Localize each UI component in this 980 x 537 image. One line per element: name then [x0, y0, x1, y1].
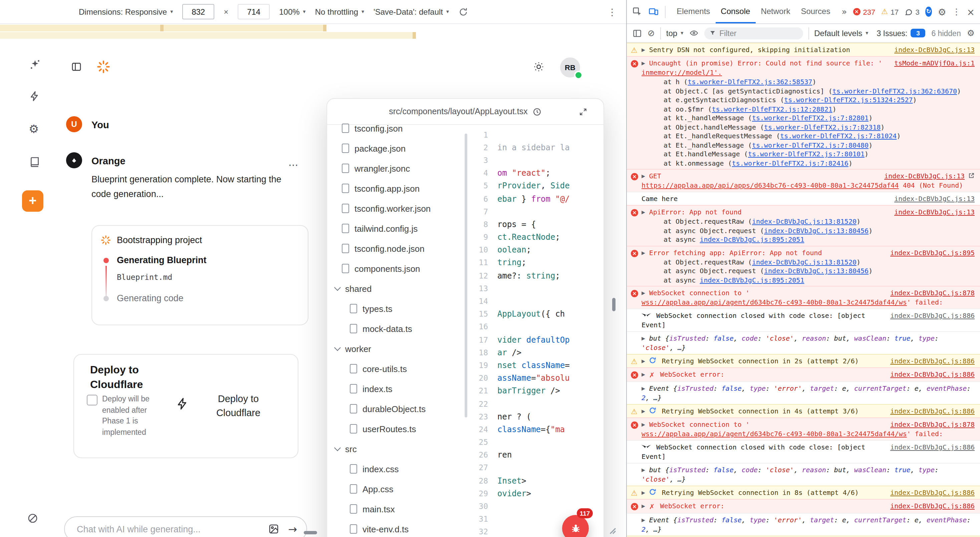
chat-input[interactable]: Chat with AI while generating... →: [64, 516, 307, 537]
viewport-height-input[interactable]: 714: [238, 4, 270, 19]
expand-caret-icon[interactable]: ▶: [641, 208, 645, 217]
file-row[interactable]: tsconfig.node.json: [327, 239, 468, 258]
console-filter-input[interactable]: Filter: [704, 27, 803, 39]
code-line[interactable]: 16: [468, 320, 603, 333]
file-row[interactable]: main.tsx: [327, 499, 468, 519]
console-source-link[interactable]: index-DcBVbJgC.js:886: [890, 488, 975, 497]
expand-caret-icon[interactable]: ▶: [641, 502, 645, 511]
book-icon[interactable]: [29, 156, 40, 167]
stack-link[interactable]: ts.worker-DlfeFTX2.js:362:63670: [832, 87, 957, 94]
history-clock-icon[interactable]: [533, 107, 542, 116]
devtools-close-icon[interactable]: ×: [967, 6, 975, 17]
stack-link[interactable]: ts.worker-DlfeFTX2.js:362:58537: [687, 78, 812, 86]
sidebar-toggle-icon[interactable]: [71, 61, 82, 72]
file-row[interactable]: types.ts: [327, 298, 468, 319]
code-line[interactable]: 23ner ? (: [468, 410, 603, 423]
dimensions-select[interactable]: Dimensions: Responsive ▾: [79, 7, 173, 16]
rotate-device-icon[interactable]: [458, 7, 468, 16]
file-row[interactable]: tailwind.config.js: [327, 218, 468, 239]
expand-caret-icon[interactable]: ▶: [641, 407, 645, 416]
expand-caret-icon[interactable]: ▶: [641, 384, 645, 394]
expand-caret-icon[interactable]: ▶: [641, 465, 645, 475]
code-line[interactable]: 6ebar } from "@/: [468, 192, 603, 205]
stack-link[interactable]: ts.worker-DlfeFTX2.js:12:28821: [712, 105, 832, 113]
file-row[interactable]: tsconfig.app.json: [327, 178, 468, 198]
console-source-link[interactable]: index-DcBVbJgC.js:878: [890, 420, 975, 429]
expand-caret-icon[interactable]: ▶: [641, 516, 645, 525]
code-line[interactable]: 22: [468, 397, 603, 410]
code-line[interactable]: 27: [468, 462, 603, 474]
console-source-link[interactable]: index-DcBVbJgC.js:886: [890, 370, 975, 379]
expand-panel-icon[interactable]: [579, 107, 587, 116]
console-source-link[interactable]: index-DcBVbJgC.js:886: [890, 357, 975, 366]
expand-caret-icon[interactable]: ▶: [641, 172, 645, 181]
deploy-button[interactable]: Deploy to Cloudflare: [206, 392, 270, 420]
stack-link[interactable]: index-DcBVbJgC.js:895:2051: [700, 276, 804, 284]
code-line[interactable]: 17vider defaultOp: [468, 333, 603, 346]
attach-image-icon[interactable]: [268, 524, 279, 534]
stack-link[interactable]: ts.worker-DlfeFTX2.js:51324:2527: [784, 96, 913, 104]
code-line[interactable]: 15AppLayout({ ch: [468, 308, 603, 320]
expand-caret-icon[interactable]: ▶: [641, 420, 645, 429]
issues-badge[interactable]: 3: [911, 29, 925, 37]
expand-caret-icon[interactable]: ▶: [641, 288, 645, 298]
code-line[interactable]: 20assName="absolu: [468, 372, 603, 384]
file-row[interactable]: mock-data.ts: [327, 319, 468, 339]
file-row[interactable]: wrangler.jsonc: [327, 158, 468, 178]
code-line[interactable]: 29ovider>: [468, 487, 603, 500]
new-chat-button[interactable]: +: [22, 190, 43, 212]
execution-context-select[interactable]: top ▾: [666, 29, 683, 38]
more-tabs-icon[interactable]: »: [842, 7, 847, 17]
stack-link[interactable]: index-DcBVbJgC.js:13:80456: [764, 267, 869, 274]
code-line[interactable]: 2in a sidebar la: [468, 141, 603, 154]
console-source-link[interactable]: index-DcBVbJgC.js:13: [884, 172, 965, 181]
issues-label[interactable]: 3 Issues:: [877, 29, 907, 37]
viewport-resize-handle-right[interactable]: [612, 298, 616, 311]
throttling-select[interactable]: No throttling ▾: [315, 7, 364, 16]
file-row[interactable]: worker: [327, 339, 468, 359]
client-hints-select[interactable]: 'Save-Data': default ▾: [374, 7, 449, 16]
expand-caret-icon[interactable]: ▶: [641, 45, 645, 55]
devtools-message-count[interactable]: 3: [915, 8, 919, 16]
console-source-link[interactable]: index-DcBVbJgC.js:886: [890, 502, 975, 511]
code-editor[interactable]: 12in a sidebar la34om "react";5rProvider…: [468, 125, 603, 537]
expand-caret-icon[interactable]: ▶: [641, 334, 645, 343]
console-source-link[interactable]: index-DcBVbJgC.js:886: [890, 311, 975, 320]
file-row[interactable]: components.json: [327, 258, 468, 279]
viewport-resize-handle-corner[interactable]: [607, 525, 616, 534]
code-line[interactable]: 4om "react";: [468, 167, 603, 179]
file-row[interactable]: vite-env.d.ts: [327, 519, 468, 537]
hidden-messages-label[interactable]: 6 hidden: [931, 29, 961, 37]
code-line[interactable]: 8rops = {: [468, 218, 603, 231]
code-line[interactable]: 18ar />: [468, 346, 603, 359]
file-row[interactable]: shared: [327, 279, 468, 298]
console-source-link[interactable]: index-DcBVbJgC.js:878: [890, 288, 975, 298]
file-row[interactable]: userRoutes.ts: [327, 419, 468, 439]
expand-caret-icon[interactable]: ▶: [641, 59, 645, 68]
tab-sources[interactable]: Sources: [795, 0, 835, 23]
stack-link[interactable]: ts.worker-DlfeFTX2.js:7:82416: [732, 159, 848, 167]
code-line[interactable]: 10oolean;: [468, 244, 603, 256]
inspect-element-icon[interactable]: [632, 7, 642, 17]
eye-icon[interactable]: [689, 29, 698, 37]
code-line[interactable]: 5rProvider, Side: [468, 180, 603, 192]
code-line[interactable]: 9ct.ReactNode;: [468, 231, 603, 244]
gear-icon[interactable]: ⚙: [29, 122, 39, 135]
log-levels-select[interactable]: Default levels ▾: [814, 29, 868, 38]
code-line[interactable]: 7: [468, 205, 603, 218]
code-line[interactable]: 12ame?: string;: [468, 269, 603, 282]
stack-link[interactable]: index-DcBVbJgC.js:13:81520: [752, 218, 856, 225]
console-settings-icon[interactable]: ⚙: [967, 28, 975, 38]
console-source-link[interactable]: tsMode-mADVjfOa.js:1: [894, 59, 975, 68]
file-row[interactable]: index.ts: [327, 379, 468, 399]
open-in-network-icon[interactable]: [968, 172, 975, 179]
expand-caret-icon[interactable]: ▶: [641, 248, 645, 258]
viewport-resize-handle-bottom[interactable]: [304, 531, 317, 534]
expand-caret-icon[interactable]: ▶: [641, 370, 645, 379]
stack-link[interactable]: index-DcBVbJgC.js:895:2051: [700, 236, 804, 243]
code-line[interactable]: 3: [468, 154, 603, 167]
stack-link[interactable]: ts.worker-DlfeFTX2.js:7:80480: [752, 141, 869, 148]
send-arrow-icon[interactable]: →: [288, 523, 297, 535]
zap-icon[interactable]: [29, 91, 40, 102]
devtools-error-count[interactable]: 237: [863, 8, 875, 16]
